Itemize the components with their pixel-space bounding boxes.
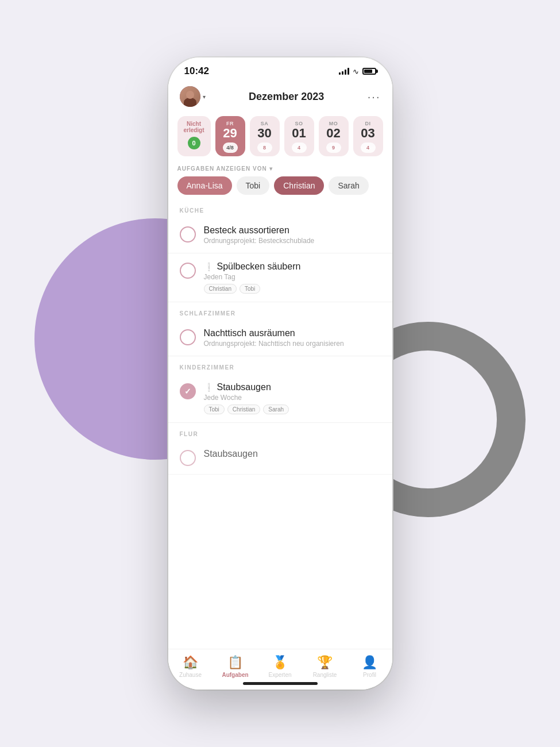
status-time: 10:42 bbox=[184, 66, 209, 77]
phone-frame: 10:42 ∿ ▾ Dezember 2023 ··· bbox=[168, 57, 392, 690]
status-icons: ∿ bbox=[339, 67, 376, 76]
wifi-icon: ∿ bbox=[353, 67, 359, 76]
date-badge-di: 4 bbox=[361, 143, 376, 153]
task-subtitle-2: Jeden Tag bbox=[204, 273, 381, 281]
task-info-3: Nachttisch ausräumen Ordnungsprojekt: Na… bbox=[204, 328, 381, 348]
date-num-02: 02 bbox=[326, 126, 340, 140]
nav-label-zuhause: Zuhause bbox=[179, 672, 202, 678]
nav-item-zuhause[interactable]: 🏠 Zuhause bbox=[168, 655, 213, 678]
filter-chip-anna-lisa[interactable]: Anna-Lisa bbox=[177, 176, 232, 195]
task-subtitle-4: Jede Woche bbox=[204, 394, 381, 402]
priority-icon-4: ❕ bbox=[204, 383, 214, 392]
signal-bars-icon bbox=[339, 68, 349, 75]
task-tags-2: Christian Tobi bbox=[204, 284, 381, 294]
filter-chip-sarah[interactable]: Sarah bbox=[329, 176, 368, 195]
date-badge-sa: 8 bbox=[257, 143, 272, 153]
task-title-5: Staubsaugen bbox=[204, 449, 381, 459]
tasks-icon: 📋 bbox=[227, 655, 243, 670]
task-subtitle-1: Ordnungsprojekt: Besteckschublade bbox=[204, 237, 381, 245]
nav-item-profil[interactable]: 👤 Profil bbox=[347, 655, 392, 678]
task-tags-4: Tobi Christian Sarah bbox=[204, 405, 381, 414]
home-icon: 🏠 bbox=[183, 655, 198, 670]
task-checkbox-5[interactable] bbox=[180, 450, 196, 466]
avatar-dropdown[interactable]: ▾ bbox=[180, 86, 206, 107]
nav-item-rangliste[interactable]: 🏆 Rangliste bbox=[303, 655, 347, 678]
task-info-4: ❕ Staubsaugen Jede Woche Tobi Christian … bbox=[204, 382, 381, 414]
app-content: ▾ Dezember 2023 ··· Nichterledigt 0 FR 2… bbox=[168, 82, 392, 690]
filter-chip-christian[interactable]: Christian bbox=[274, 176, 324, 195]
date-card-so01[interactable]: SO 01 4 bbox=[284, 116, 314, 156]
profile-icon: 👤 bbox=[362, 655, 377, 670]
task-checkbox-3[interactable] bbox=[180, 329, 196, 345]
task-title-2: ❕ Spülbecken säubern bbox=[204, 261, 381, 272]
task-item[interactable]: Staubsaugen bbox=[168, 441, 392, 475]
date-card-sa30[interactable]: SA 30 8 bbox=[250, 116, 280, 156]
task-item[interactable]: Nachttisch ausräumen Ordnungsprojekt: Na… bbox=[168, 320, 392, 356]
nav-label-rangliste: Rangliste bbox=[313, 672, 337, 678]
battery-icon bbox=[362, 68, 376, 75]
task-tag: Sarah bbox=[263, 405, 289, 414]
nav-label-experten: Experten bbox=[268, 672, 291, 678]
app-header: ▾ Dezember 2023 ··· bbox=[168, 82, 392, 113]
section-header-kueche: KÜCHE bbox=[168, 199, 392, 217]
nav-label-aufgaben: Aufgaben bbox=[222, 672, 248, 678]
task-tag: Tobi bbox=[240, 284, 260, 294]
task-tag: Christian bbox=[227, 405, 260, 414]
date-num-29: 29 bbox=[223, 126, 237, 140]
tasks-list: KÜCHE Besteck aussortieren Ordnungsproje… bbox=[168, 199, 392, 649]
avatar-image bbox=[180, 86, 200, 107]
date-num-03: 03 bbox=[361, 126, 374, 140]
date-num-30: 30 bbox=[257, 126, 271, 140]
not-done-card[interactable]: Nichterledigt 0 bbox=[177, 116, 211, 156]
date-badge-fr: 4/8 bbox=[223, 143, 238, 153]
task-title-4: ❕ Staubsaugen bbox=[204, 382, 381, 392]
experts-icon: 🏅 bbox=[272, 655, 288, 670]
ranking-icon: 🏆 bbox=[317, 655, 333, 670]
section-header-flur: FLUR bbox=[168, 423, 392, 441]
task-info-5: Staubsaugen bbox=[204, 449, 381, 459]
not-done-label: Nichterledigt bbox=[183, 121, 204, 133]
header-title: Dezember 2023 bbox=[249, 91, 324, 103]
task-checkbox-2[interactable] bbox=[180, 263, 196, 279]
task-item[interactable]: ❕ Staubsaugen Jede Woche Tobi Christian … bbox=[168, 374, 392, 423]
chevron-down-icon: ▾ bbox=[203, 94, 206, 100]
task-checkbox-4[interactable] bbox=[180, 383, 196, 399]
task-tag: Christian bbox=[204, 284, 237, 294]
date-strip: Nichterledigt 0 FR 29 4/8 SA 30 8 SO 01 … bbox=[168, 113, 392, 162]
nav-item-experten[interactable]: 🏅 Experten bbox=[258, 655, 303, 678]
not-done-badge: 0 bbox=[188, 137, 200, 149]
section-header-schlafzimmer: SCHLAFZIMMER bbox=[168, 302, 392, 320]
task-title-1: Besteck aussortieren bbox=[204, 225, 381, 236]
filter-chip-tobi[interactable]: Tobi bbox=[237, 176, 270, 195]
more-options-button[interactable]: ··· bbox=[368, 90, 381, 103]
task-info-1: Besteck aussortieren Ordnungsprojekt: Be… bbox=[204, 225, 381, 245]
section-header-kinderzimmer: KINDERZIMMER bbox=[168, 356, 392, 374]
task-item[interactable]: Besteck aussortieren Ordnungsprojekt: Be… bbox=[168, 217, 392, 253]
avatar bbox=[180, 86, 200, 107]
phone-notch bbox=[243, 57, 318, 74]
task-tag: Tobi bbox=[204, 405, 225, 414]
date-card-fr29[interactable]: FR 29 4/8 bbox=[215, 116, 245, 156]
task-item[interactable]: ❕ Spülbecken säubern Jeden Tag Christian… bbox=[168, 253, 392, 302]
filter-label: AUFGABEN ANZEIGEN VON ▾ bbox=[177, 165, 383, 172]
home-indicator bbox=[243, 682, 318, 685]
chevron-filter-icon: ▾ bbox=[269, 165, 273, 172]
nav-item-aufgaben[interactable]: 📋 Aufgaben bbox=[213, 655, 258, 678]
date-num-01: 01 bbox=[292, 126, 306, 140]
date-card-mo02[interactable]: MO 02 9 bbox=[319, 116, 349, 156]
task-info-2: ❕ Spülbecken säubern Jeden Tag Christian… bbox=[204, 261, 381, 294]
filter-chips: Anna-Lisa Tobi Christian Sarah bbox=[177, 176, 383, 195]
task-title-3: Nachttisch ausräumen bbox=[204, 328, 381, 338]
task-checkbox-1[interactable] bbox=[180, 226, 196, 242]
filter-section: AUFGABEN ANZEIGEN VON ▾ Anna-Lisa Tobi C… bbox=[168, 162, 392, 199]
task-subtitle-3: Ordnungsprojekt: Nachttisch neu organisi… bbox=[204, 340, 381, 348]
date-badge-mo: 9 bbox=[326, 143, 341, 153]
nav-label-profil: Profil bbox=[363, 672, 376, 678]
date-card-di03[interactable]: DI 03 4 bbox=[353, 116, 383, 156]
priority-icon-2: ❕ bbox=[204, 262, 214, 271]
date-badge-so: 4 bbox=[292, 143, 307, 153]
